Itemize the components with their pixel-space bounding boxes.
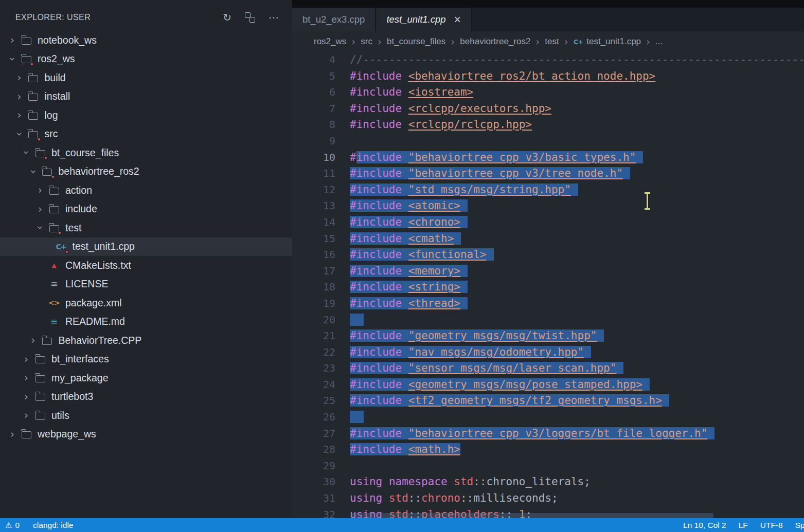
- tree-file-test-unit1-cpp[interactable]: C+test_unit1.cpp: [0, 237, 292, 256]
- encoding-indicator[interactable]: UTF-8: [760, 521, 783, 530]
- close-icon[interactable]: ×: [454, 14, 461, 26]
- code-line[interactable]: 5#include <behaviortree_ros2/bt_action_n…: [292, 68, 804, 85]
- code-line[interactable]: 10#include "behaviortree_cpp_v3/basic_ty…: [292, 150, 804, 166]
- code-line[interactable]: 18#include <string>: [292, 279, 804, 296]
- chevron-icon[interactable]: ›: [13, 128, 26, 140]
- code-line[interactable]: 7#include <rclcpp/executors.hpp>: [292, 101, 804, 117]
- code-line[interactable]: 16#include <functional>: [292, 247, 804, 263]
- code-area[interactable]: 4//-------------------------------------…: [292, 52, 804, 518]
- breadcrumb-item-test-unit1-cpp[interactable]: C+test_unit1.cpp: [574, 36, 641, 47]
- code-line[interactable]: 20: [292, 312, 804, 328]
- code-line[interactable]: 6#include <iostream>: [292, 84, 804, 101]
- tree-folder-utils[interactable]: ›utils: [0, 406, 292, 425]
- code-line[interactable]: 15#include <cmath>: [292, 231, 804, 247]
- breadcrumb-item-bt-course-files[interactable]: bt_course_files: [387, 36, 445, 47]
- chevron-icon[interactable]: ›: [34, 203, 46, 215]
- chevron-icon[interactable]: ›: [34, 222, 46, 234]
- tree-folder-behaviortree-ros2[interactable]: ›behaviortree_ros2: [0, 162, 292, 181]
- status-bar-left: ⚠ 0 clangd: idle: [5, 521, 74, 530]
- code-line[interactable]: 30using namespace std::chrono_literals;: [292, 474, 804, 490]
- chevron-icon[interactable]: ›: [13, 90, 26, 103]
- tree-folder-include[interactable]: ›include: [0, 200, 292, 219]
- code-token: #: [350, 151, 356, 163]
- chevron-icon[interactable]: ›: [20, 409, 32, 421]
- chevron-icon[interactable]: ›: [20, 146, 32, 159]
- code-line[interactable]: 17#include <memory>: [292, 263, 804, 280]
- chevron-icon[interactable]: ›: [27, 166, 40, 178]
- tree-folder-behaviortree-cpp[interactable]: ›BehaviorTree.CPP: [0, 331, 292, 350]
- code-token: ;: [584, 475, 591, 488]
- breadcrumb-item-ros2-ws[interactable]: ros2_ws: [314, 36, 346, 47]
- chevron-icon[interactable]: ›: [27, 334, 40, 346]
- tree-file-cmakelists-txt[interactable]: ▲CMakeLists.txt: [0, 256, 292, 275]
- tree-folder-test[interactable]: ›test: [0, 218, 292, 237]
- breadcrumb-item-test[interactable]: test: [545, 36, 559, 47]
- problems-indicator[interactable]: ⚠ 0: [5, 521, 20, 530]
- tree-item-label: LICENSE: [65, 278, 108, 290]
- chevron-icon[interactable]: ›: [34, 184, 46, 196]
- code-line[interactable]: 28#include <math.h>: [292, 442, 804, 458]
- code-line[interactable]: 8#include <rclcpp/rclcpp.hpp>: [292, 117, 804, 133]
- tab-label: bt_u2_ex3.cpp: [302, 14, 365, 25]
- code-line[interactable]: 24#include <geometry_msgs/msg/pose_stamp…: [292, 377, 804, 393]
- tree-folder-log[interactable]: ›log: [0, 106, 292, 125]
- chevron-icon[interactable]: ›: [20, 391, 32, 403]
- horizontal-scrollbar[interactable]: [351, 513, 713, 518]
- breadcrumb-item-[interactable]: ...: [655, 36, 663, 47]
- code-line[interactable]: 19#include <thread>: [292, 296, 804, 312]
- code-line[interactable]: 13#include <atomic>: [292, 198, 804, 214]
- chevron-icon[interactable]: ›: [6, 428, 19, 441]
- clangd-status[interactable]: clangd: idle: [33, 521, 73, 530]
- chevron-icon[interactable]: ›: [20, 353, 32, 365]
- chevron-icon[interactable]: ›: [13, 109, 26, 121]
- code-line[interactable]: 4//-------------------------------------…: [292, 52, 804, 68]
- code-line[interactable]: 26: [292, 409, 804, 426]
- chevron-icon[interactable]: ›: [6, 34, 19, 46]
- folder-icon: [46, 184, 62, 197]
- code-line[interactable]: 21#include "geometry_msgs/msg/twist.hpp": [292, 328, 804, 344]
- line-content: #include <thread>: [335, 296, 468, 312]
- breadcrumb-item-src[interactable]: src: [361, 36, 372, 47]
- tree-file-license[interactable]: ≡LICENSE: [0, 275, 292, 294]
- refresh-icon[interactable]: ↻: [223, 12, 231, 23]
- tab-test-unit1-cpp[interactable]: test_unit1.cpp×: [376, 8, 472, 31]
- tree-folder-src[interactable]: ›src: [0, 125, 292, 144]
- tree-folder-action[interactable]: ›action: [0, 181, 292, 200]
- breadcrumb-item-behaviortree-ros2[interactable]: behaviortree_ros2: [460, 36, 530, 47]
- tree-folder-install[interactable]: ›install: [0, 87, 292, 106]
- tree-folder-my-package[interactable]: ›my_package: [0, 369, 292, 388]
- eol-indicator[interactable]: LF: [739, 521, 748, 530]
- breadcrumb-label: bt_course_files: [387, 36, 445, 47]
- line-content: #include <cmath>: [335, 231, 461, 247]
- code-line[interactable]: 14#include <chrono>: [292, 214, 804, 231]
- tree-file-package-xml[interactable]: <>package.xml: [0, 293, 292, 313]
- tree-file-readme-md[interactable]: ≡README.md: [0, 313, 292, 332]
- more-actions-icon[interactable]: ⋯: [269, 12, 279, 23]
- code-line[interactable]: 31using std::chrono::milliseconds;: [292, 490, 804, 507]
- code-line[interactable]: 23#include "sensor_msgs/msg/laser_scan.h…: [292, 360, 804, 377]
- tree-folder-build[interactable]: ›build: [0, 68, 292, 87]
- code-line[interactable]: 22#include "nav_msgs/msg/odometry.hpp": [292, 344, 804, 361]
- chevron-icon[interactable]: ›: [6, 53, 19, 65]
- code-line[interactable]: 29: [292, 458, 804, 474]
- indentation-indicator[interactable]: Spac: [795, 521, 804, 530]
- code-line[interactable]: 11#include "behaviortree_cpp_v3/tree_nod…: [292, 166, 804, 182]
- chevron-icon[interactable]: ›: [13, 71, 26, 84]
- code-line[interactable]: 27#include "behaviortree_cpp_v3/loggers/…: [292, 426, 804, 442]
- tree-folder-bt-course-files[interactable]: ›bt_course_files: [0, 143, 292, 162]
- code-line[interactable]: 9: [292, 133, 804, 150]
- folder-icon: [40, 334, 55, 347]
- tree-folder-ros2-ws[interactable]: ›ros2_ws: [0, 50, 292, 69]
- tree-folder-notebook-ws[interactable]: ›notebook_ws: [0, 31, 292, 50]
- code-line[interactable]: 12#include "std_msgs/msg/string.hpp": [292, 182, 804, 198]
- cpp-file-icon: C+: [53, 240, 69, 253]
- chevron-icon[interactable]: ›: [20, 372, 32, 384]
- code-line[interactable]: 25#include <tf2_geometry_msgs/tf2_geomet…: [292, 393, 804, 409]
- tree-folder-turtlebot3[interactable]: ›turtlebot3: [0, 388, 292, 407]
- tab-bt-u2-ex3-cpp[interactable]: bt_u2_ex3.cpp: [292, 8, 376, 31]
- collapse-folders-icon[interactable]: [245, 12, 255, 23]
- tree-folder-webpage-ws[interactable]: ›webpage_ws: [0, 425, 292, 444]
- line-number: 21: [292, 328, 335, 344]
- cursor-position[interactable]: Ln 10, Col 2: [683, 521, 726, 530]
- tree-folder-bt-interfaces[interactable]: ›bt_interfaces: [0, 350, 292, 369]
